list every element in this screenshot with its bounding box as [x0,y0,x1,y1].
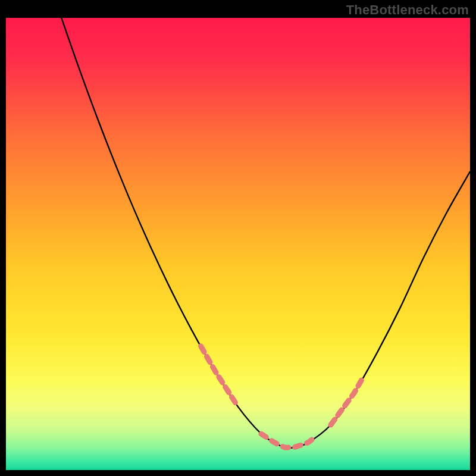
plot-area [6,18,470,470]
highlight-segment-right [331,377,364,425]
chart-frame: TheBottleneck.com [0,0,476,476]
bottleneck-curve [6,18,470,448]
highlight-segment-left [201,346,238,407]
curve-svg [6,18,470,470]
highlight-segment-bottom [261,434,317,447]
watermark-text: TheBottleneck.com [346,2,469,18]
